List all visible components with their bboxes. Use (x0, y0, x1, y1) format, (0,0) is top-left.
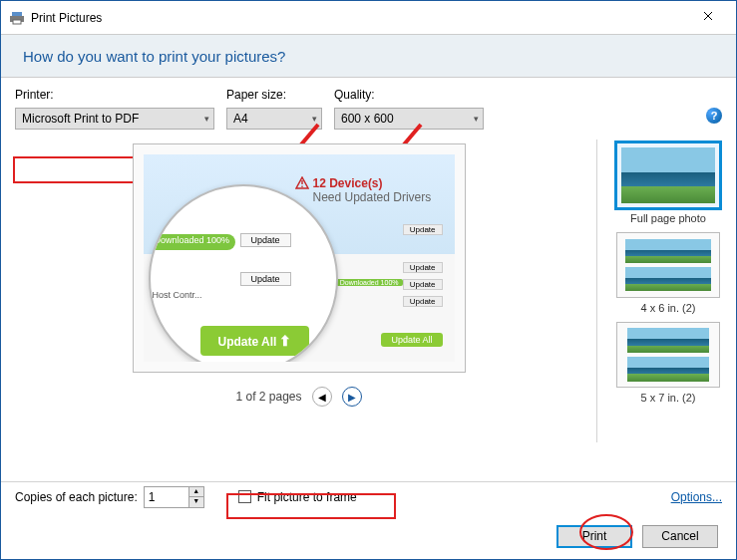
paper-size-combo[interactable]: A4 ▾ (226, 108, 322, 130)
controls-row: Printer: Microsoft Print to PDF ▾ Paper … (1, 78, 736, 136)
header-band: How do you want to print your pictures? (1, 34, 736, 78)
fit-frame-checkbox[interactable] (238, 490, 251, 503)
layout-pane[interactable]: Full page photo 4 x 6 in. (2) 5 x 7 in. … (596, 140, 736, 442)
pager: 1 of 2 pages ◀ ▶ (235, 387, 361, 407)
svg-rect-0 (12, 12, 22, 16)
window-title: Print Pictures (31, 11, 102, 25)
next-page-button[interactable]: ▶ (342, 387, 362, 407)
header-question: How do you want to print your pictures? (23, 48, 285, 65)
svg-rect-2 (13, 20, 21, 24)
copies-label: Copies of each picture: (15, 490, 138, 504)
svg-rect-4 (301, 186, 302, 187)
print-button[interactable]: Print (556, 525, 632, 548)
preview-content: 12 Device(s) Need Updated Drivers Update… (144, 154, 455, 362)
chevron-down-icon: ▾ (204, 114, 209, 124)
help-icon[interactable]: ? (706, 108, 722, 124)
copies-stepper[interactable]: ▲ ▼ (144, 486, 204, 508)
quality-combo[interactable]: 600 x 600 ▾ (334, 108, 484, 130)
main-area: 12 Device(s) Need Updated Drivers Update… (1, 136, 736, 442)
button-row: Print Cancel (1, 513, 736, 559)
bottom-row: Copies of each picture: ▲ ▼ Fit picture … (1, 481, 736, 511)
preview-pane: 12 Device(s) Need Updated Drivers Update… (1, 140, 596, 442)
fit-frame-label: Fit picture to frame (257, 490, 357, 504)
quality-value: 600 x 600 (341, 112, 394, 126)
printer-icon (9, 10, 25, 26)
close-icon (703, 11, 713, 21)
layout-5x7[interactable]: 5 x 7 in. (2) (600, 322, 736, 404)
page-status: 1 of 2 pages (235, 390, 301, 404)
options-link[interactable]: Options... (671, 490, 722, 504)
update-all-button: Update All ⬆ (200, 326, 310, 356)
printer-label: Printer: (15, 88, 214, 102)
magnifier-circle: Downloaded 100% Update Update Host Contr… (149, 184, 338, 362)
cancel-button[interactable]: Cancel (642, 525, 718, 548)
copies-input[interactable] (145, 487, 188, 507)
copies-up-button[interactable]: ▲ (188, 487, 203, 497)
chevron-down-icon: ▾ (474, 114, 479, 124)
preview-frame: 12 Device(s) Need Updated Drivers Update… (133, 143, 466, 373)
prev-page-button[interactable]: ◀ (312, 387, 332, 407)
close-button[interactable] (688, 1, 728, 31)
svg-rect-3 (301, 180, 302, 184)
chevron-down-icon: ▾ (312, 114, 317, 124)
printer-combo[interactable]: Microsoft Print to PDF ▾ (15, 108, 214, 130)
paper-size-label: Paper size: (226, 88, 322, 102)
copies-down-button[interactable]: ▼ (188, 497, 203, 507)
layout-full-page[interactable]: Full page photo (600, 142, 736, 224)
quality-label: Quality: (334, 88, 484, 102)
paper-size-value: A4 (233, 112, 248, 126)
printer-value: Microsoft Print to PDF (22, 112, 139, 126)
device-warning: 12 Device(s) Need Updated Drivers (313, 176, 432, 204)
fit-frame-checkbox-wrap[interactable]: Fit picture to frame (238, 490, 357, 504)
layout-4x6[interactable]: 4 x 6 in. (2) (600, 232, 736, 314)
title-bar: Print Pictures (1, 1, 736, 34)
